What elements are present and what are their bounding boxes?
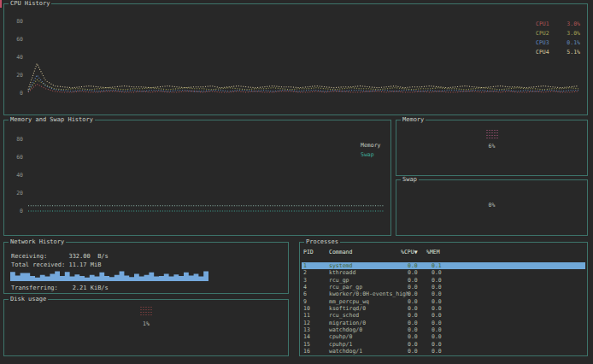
process-mem: 0.1: [432, 262, 442, 269]
process-row[interactable]: 3rcu_gp0.00.0: [302, 277, 585, 284]
y-axis-tick: 80: [9, 19, 23, 25]
swap-gauge-percent: 0%: [396, 202, 587, 208]
memory-gauge-title: Memory: [401, 117, 426, 123]
process-row-selected[interactable]: 1systemd0.00.1: [302, 262, 585, 269]
process-table-header: PID Command %CPU▼ %MEM: [302, 249, 585, 256]
process-command: rcu_par_gp: [329, 284, 362, 291]
y-axis-tick: 60: [9, 155, 23, 161]
process-row[interactable]: 6kworker/0:0H-events_high0.00.0: [302, 291, 585, 297]
y-axis-tick: 20: [9, 73, 23, 79]
process-pid: 10: [303, 305, 310, 312]
pid-column-header[interactable]: PID: [303, 249, 314, 255]
cpu3-label: CPU3: [536, 40, 549, 46]
process-cpu: 0.0: [408, 305, 418, 312]
process-row[interactable]: 10ksoftirqd/00.00.0: [302, 305, 585, 312]
y-axis-tick: 0: [9, 91, 23, 97]
cpu-history-title: CPU History: [9, 1, 51, 7]
cpu2-value: 3.0%: [567, 31, 580, 37]
process-cpu: 0.0: [408, 284, 418, 291]
process-mem: 0.0: [432, 298, 442, 305]
memory-swap-chart: [25, 126, 387, 221]
process-row[interactable]: 15cpuhp/10.00.0: [302, 341, 585, 348]
process-pid: 2: [303, 269, 307, 276]
cpu1-value: 3.0%: [567, 21, 580, 27]
process-command: rcu_gp: [329, 277, 349, 284]
process-row[interactable]: 4rcu_par_gp0.00.0: [302, 284, 585, 291]
chart-line-cpu4: [28, 63, 578, 89]
network-receiving-sparkline: [10, 270, 208, 281]
memswap-legend-item: Memory: [361, 143, 380, 149]
process-mem: 0.0: [432, 305, 442, 312]
terminal-cursor-mark: [0, 0, 2, 8]
cpu-history-panel: CPU History CPU1 3.0% CPU2 3.0% CPU3 0.1…: [3, 3, 588, 115]
memory-legend-label: Memory: [361, 143, 380, 149]
process-row[interactable]: 9mm_percpu_wq0.00.0: [302, 298, 585, 305]
memory-swap-history-title: Memory and Swap History: [9, 117, 95, 123]
process-row[interactable]: 16watchdog/10.00.0: [302, 348, 585, 355]
process-row[interactable]: 14cpuhp/00.00.0: [302, 333, 585, 340]
system-monitor-screen: CPU History CPU1 3.0% CPU2 3.0% CPU3 0.1…: [0, 0, 593, 364]
process-mem: 0.0: [432, 291, 442, 297]
process-mem: 0.0: [432, 284, 442, 291]
process-mem: 0.0: [432, 312, 442, 319]
process-command: cpuhp/1: [329, 341, 352, 348]
cpu-legend: CPU1 3.0% CPU2 3.0% CPU3 0.1% CPU4 5.1%: [536, 21, 580, 56]
process-cpu: 0.0: [408, 298, 418, 305]
cpu4-label: CPU4: [536, 50, 549, 56]
memory-gauge-percent: 6%: [396, 143, 587, 150]
y-axis-tick: 80: [9, 137, 23, 143]
cpu-legend-item: CPU2 3.0%: [536, 31, 580, 37]
process-command: watchdog/0: [329, 326, 362, 333]
process-row[interactable]: 13watchdog/00.00.0: [302, 326, 585, 333]
chart-line-cpu2: [28, 79, 578, 91]
memswap-legend: Memory Swap: [361, 143, 380, 158]
y-axis-tick: 0: [9, 208, 23, 214]
disk-usage-percent: 1%: [4, 320, 288, 327]
disk-usage-title: Disk usage: [9, 296, 48, 302]
process-pid: 15: [303, 341, 310, 348]
processes-panel: Processes PID Command %CPU▼ %MEM 1system…: [299, 242, 588, 356]
network-history-title: Network History: [9, 239, 66, 245]
disk-usage-panel: Disk usage 1%: [3, 299, 289, 356]
process-pid: 12: [303, 320, 310, 326]
y-axis-tick: 40: [9, 55, 23, 61]
y-axis-tick: 60: [9, 37, 23, 43]
y-axis-tick: 40: [9, 173, 23, 179]
mem-column-header[interactable]: %MEM: [426, 249, 440, 255]
memory-gauge-panel: Memory 6%: [396, 120, 588, 176]
swap-gauge-panel: Swap 0%: [396, 179, 588, 236]
process-command: cpuhp/0: [329, 333, 352, 340]
network-total-received-text: Total received: 11.17 MiB: [11, 261, 101, 268]
process-pid: 9: [303, 298, 307, 305]
cpu3-value: 0.1%: [567, 40, 580, 46]
y-axis-tick: 20: [9, 191, 23, 197]
command-column-header[interactable]: Command: [329, 249, 352, 255]
process-mem: 0.0: [432, 320, 442, 326]
process-cpu: 0.0: [408, 262, 418, 269]
process-cpu: 0.0: [408, 312, 418, 319]
process-cpu: 0.0: [408, 326, 418, 333]
process-cpu: 0.0: [408, 341, 418, 348]
cpu-legend-item: CPU4 5.1%: [536, 50, 580, 56]
chart-line-cpu1: [28, 85, 578, 93]
cpu-legend-item: CPU3 0.1%: [536, 40, 580, 46]
process-pid: 1: [303, 262, 307, 269]
process-row[interactable]: 11rcu_sched0.00.0: [302, 312, 585, 319]
disk-usage-dots: [140, 306, 153, 315]
process-pid: 16: [303, 348, 310, 355]
process-row[interactable]: 2kthreadd0.00.0: [302, 269, 585, 276]
process-mem: 0.0: [432, 348, 442, 355]
network-area: [10, 272, 208, 281]
memory-gauge-dots: [485, 129, 498, 138]
chart-line-cpu3: [28, 75, 578, 91]
network-transferring-text: Transferring: 2.21 KiB/s: [11, 285, 109, 291]
process-command: migration/0: [329, 320, 366, 326]
swap-gauge-title: Swap: [401, 177, 419, 183]
process-row[interactable]: 12migration/00.00.0: [302, 320, 585, 326]
process-pid: 11: [303, 312, 310, 319]
process-cpu: 0.0: [408, 277, 418, 284]
process-mem: 0.0: [432, 341, 442, 348]
process-cpu: 0.0: [408, 320, 418, 326]
cpu-column-header-sorted[interactable]: %CPU▼: [401, 249, 418, 255]
process-pid: 13: [303, 326, 310, 333]
